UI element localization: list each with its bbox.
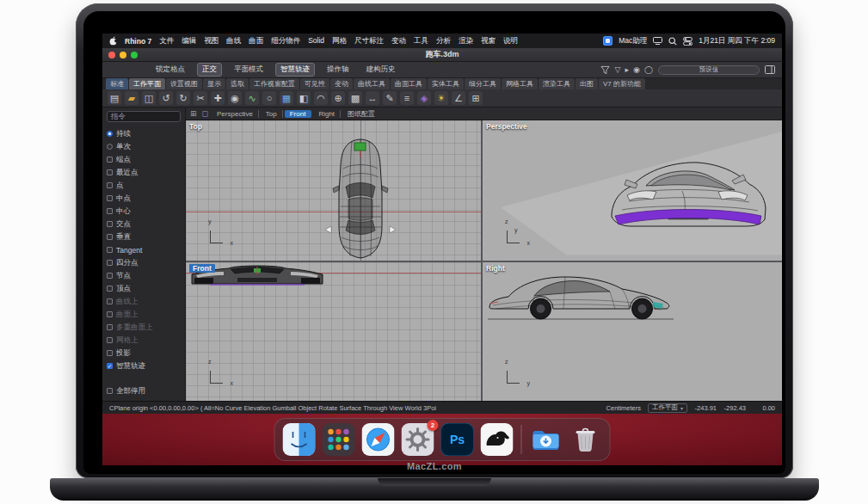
minimize-button[interactable] <box>120 52 126 58</box>
osnap-option[interactable]: 最近点 <box>107 166 181 179</box>
viewport-tab[interactable]: Right <box>313 110 341 118</box>
toolbar-tab[interactable]: 曲面工具 <box>391 78 427 89</box>
osnap-option[interactable]: 中点 <box>107 192 181 205</box>
surface-icon[interactable]: ▦ <box>280 91 293 105</box>
text-icon[interactable]: ✎ <box>383 91 397 105</box>
settings-icon[interactable]: 2 <box>402 423 434 456</box>
toolbar-toggle[interactable]: 操作轴 <box>322 63 354 77</box>
osnap-option[interactable]: 网格上 <box>107 334 181 347</box>
preset-dropdown[interactable]: 预设值 <box>658 65 760 75</box>
toolbar-tab[interactable]: 工作平面 <box>129 78 165 89</box>
search-icon[interactable] <box>668 37 677 46</box>
zoom-icon[interactable]: ◉ <box>228 91 242 105</box>
downloads-folder-icon[interactable] <box>530 423 563 456</box>
finder-icon[interactable] <box>283 423 316 456</box>
units-label[interactable]: Centimeters <box>606 404 641 412</box>
mesh-icon[interactable]: ▩ <box>348 91 362 105</box>
menubar-menu[interactable]: 工具 <box>414 36 428 46</box>
toolbar-tab[interactable]: 工作视窗配置 <box>249 78 299 89</box>
viewport-perspective[interactable]: Perspective <box>483 120 782 261</box>
osnap-option[interactable]: 中心 <box>107 205 181 218</box>
viewport-tab[interactable]: Perspective <box>212 110 259 118</box>
cplane-dropdown[interactable]: 工作平面 <box>648 403 687 413</box>
osnap-option[interactable]: 四分点 <box>107 256 181 269</box>
toolbar-tab[interactable]: 渲染工具 <box>539 78 575 89</box>
menubar-menu[interactable]: 网格 <box>332 36 347 46</box>
viewport-single-icon[interactable]: ◻ <box>202 109 208 118</box>
menubar-menu[interactable]: 细分物件 <box>271 36 300 46</box>
target-icon[interactable]: ◯ <box>644 65 653 74</box>
menubar-menu[interactable]: 分析 <box>436 36 451 46</box>
menubar-menu[interactable]: 曲面 <box>249 36 263 46</box>
menubar-menu[interactable]: 文件 <box>159 36 174 46</box>
record-icon[interactable]: ◉ <box>633 65 640 74</box>
new-file-icon[interactable]: ▤ <box>108 91 121 105</box>
menubar-menu[interactable]: 曲线 <box>226 36 241 46</box>
toolbar-tab[interactable]: 出图 <box>576 78 598 89</box>
osnap-option[interactable]: 端点 <box>107 153 181 166</box>
mac-assistant-app-icon[interactable] <box>603 36 613 46</box>
menubar-menu[interactable]: 视窗 <box>481 36 496 46</box>
viewport-label[interactable]: Front <box>189 264 215 273</box>
apple-menu-icon[interactable] <box>109 36 117 46</box>
undo-icon[interactable]: ↺ <box>159 91 173 105</box>
layers-icon[interactable]: ≡ <box>400 91 414 105</box>
open-folder-icon[interactable]: ▰ <box>125 91 139 105</box>
toolbar-toggle[interactable]: 平面模式 <box>229 63 268 77</box>
toolbar-tab[interactable]: 显示 <box>203 78 225 89</box>
gumball-handle[interactable] <box>354 143 366 151</box>
control-center-icon[interactable] <box>683 37 693 46</box>
toolbar-tab[interactable]: 标准 <box>106 78 128 89</box>
selection-filter-icon[interactable]: ▽ <box>615 65 621 74</box>
material-icon[interactable]: ◈ <box>417 91 431 105</box>
toolbar-toggle[interactable]: 建构历史 <box>361 63 401 77</box>
extrude-icon[interactable]: ◧ <box>297 91 311 105</box>
zoom-button[interactable] <box>131 52 138 58</box>
toolbar-tab[interactable]: 变动 <box>330 78 353 89</box>
viewport-label[interactable]: Top <box>189 122 202 131</box>
photoshop-icon[interactable]: Ps <box>441 423 474 456</box>
toolbar-tab[interactable]: 设置视图 <box>166 78 202 89</box>
redo-icon[interactable]: ↻ <box>176 91 190 105</box>
osnap-option[interactable]: Tangent <box>107 243 181 256</box>
toolbar-tab[interactable]: 选取 <box>226 78 249 89</box>
viewport-tab[interactable]: Front <box>285 110 312 118</box>
toolbar-toggle[interactable]: 正交 <box>197 63 222 77</box>
save-icon[interactable]: ◫ <box>142 91 156 105</box>
launchpad-icon[interactable] <box>323 423 355 456</box>
cut-icon[interactable]: ✂ <box>194 91 207 105</box>
command-input[interactable]: 指令 <box>107 111 181 122</box>
dimension-icon[interactable]: ↔ <box>366 91 379 105</box>
menubar-menu[interactable]: 编辑 <box>182 36 196 46</box>
menubar-assistant-label[interactable]: Mac助理 <box>619 36 647 46</box>
boolean-icon[interactable]: ⊕ <box>331 91 345 105</box>
move-icon[interactable]: ✚ <box>211 91 225 105</box>
fillet-icon[interactable]: ◠ <box>314 91 328 105</box>
toolbar-tab[interactable]: 网格工具 <box>502 78 538 89</box>
rhino-app-icon[interactable] <box>481 423 514 456</box>
close-button[interactable] <box>108 52 115 58</box>
menubar-menu[interactable]: 变动 <box>391 36 406 46</box>
viewport-grid-icon[interactable]: ⊞ <box>190 109 197 118</box>
osnap-option[interactable]: 垂直 <box>107 230 181 243</box>
curve-icon[interactable]: ∿ <box>245 91 259 105</box>
viewport-top[interactable]: Top <box>186 120 481 261</box>
osnap-option[interactable]: 多重曲面上 <box>107 321 181 334</box>
toolbar-tab[interactable]: 可见性 <box>300 78 329 89</box>
viewport-right[interactable]: Right <box>483 262 782 401</box>
toolbar-tab[interactable]: 实体工具 <box>428 78 464 89</box>
menubar-menu[interactable]: 视图 <box>204 36 219 46</box>
viewport-front[interactable]: Front <box>186 262 481 401</box>
toolbar-tab[interactable]: V7 的新功能 <box>599 78 645 89</box>
light-icon[interactable]: ☀ <box>434 91 448 105</box>
toolbar-tab[interactable]: 细分工具 <box>465 78 501 89</box>
menubar-menu[interactable]: Solid <box>308 36 324 46</box>
osnap-option[interactable]: 节点 <box>107 269 181 282</box>
menubar-menu[interactable]: 渲染 <box>459 36 473 46</box>
toolbar-toggle[interactable]: 智慧轨迹 <box>275 63 315 77</box>
safari-icon[interactable] <box>362 423 395 456</box>
menubar-menu[interactable]: 尺寸标注 <box>354 36 384 46</box>
toolbar-tab[interactable]: 曲线工具 <box>354 78 390 89</box>
osnap-option[interactable]: 顶点 <box>107 282 181 295</box>
circle-icon[interactable]: ○ <box>262 91 276 105</box>
